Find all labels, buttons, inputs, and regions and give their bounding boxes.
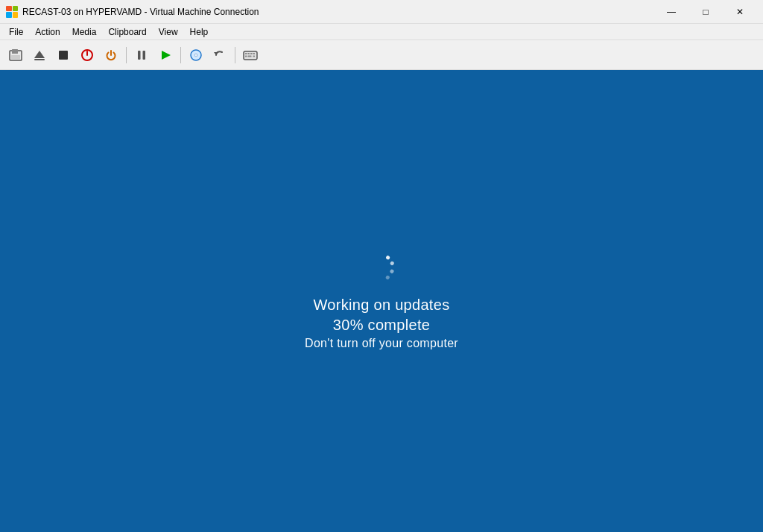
svg-rect-5 <box>59 51 68 60</box>
svg-rect-21 <box>248 55 252 57</box>
svg-point-23 <box>387 256 392 262</box>
maximize-button[interactable]: □ <box>688 0 723 24</box>
svg-rect-18 <box>250 53 253 54</box>
menu-media[interactable]: Media <box>66 24 103 40</box>
svg-rect-22 <box>253 55 256 57</box>
update-spinner <box>367 252 396 282</box>
svg-rect-16 <box>245 53 247 54</box>
toolbar-sep3 <box>235 47 235 63</box>
svg-rect-20 <box>245 55 247 57</box>
update-title-text: Working on updates <box>314 297 450 314</box>
vm-screen: Working on updates 30% complete Don't tu… <box>0 70 763 532</box>
toolbar-sep2 <box>180 47 181 63</box>
update-percent-text: 30% complete <box>333 317 430 334</box>
menu-view[interactable]: View <box>153 24 184 40</box>
toolbar-play-button[interactable] <box>154 44 177 66</box>
toolbar-media-button[interactable] <box>185 44 207 66</box>
toolbar-eject-button[interactable] <box>28 44 51 66</box>
svg-point-26 <box>383 276 388 281</box>
toolbar-keyboard-button[interactable] <box>239 44 262 66</box>
svg-rect-4 <box>34 59 45 60</box>
minimize-button[interactable]: — <box>654 0 688 24</box>
app-icon <box>6 6 18 18</box>
vm-update-content: Working on updates 30% complete Don't tu… <box>305 252 458 350</box>
window-controls: — □ ✕ <box>654 0 757 24</box>
svg-point-24 <box>390 262 395 267</box>
svg-point-25 <box>388 270 393 276</box>
svg-rect-2 <box>11 55 20 59</box>
toolbar-back-button[interactable] <box>4 44 27 66</box>
toolbar-sep1 <box>126 47 127 63</box>
svg-marker-3 <box>34 51 45 58</box>
svg-marker-14 <box>214 52 218 55</box>
svg-rect-19 <box>253 53 256 54</box>
menu-bar: File Action Media Clipboard View Help <box>0 24 763 40</box>
svg-rect-17 <box>248 53 250 54</box>
svg-rect-1 <box>12 49 18 54</box>
svg-rect-9 <box>143 51 146 60</box>
window-title: RECAST-03 on HYPERVAMD - Virtual Machine… <box>22 7 654 17</box>
svg-marker-10 <box>162 51 171 60</box>
toolbar-stop-button[interactable] <box>52 44 75 66</box>
toolbar-undo-button[interactable] <box>209 44 231 66</box>
title-bar: RECAST-03 on HYPERVAMD - Virtual Machine… <box>0 0 763 24</box>
menu-clipboard[interactable]: Clipboard <box>102 24 152 40</box>
svg-rect-8 <box>138 51 141 60</box>
update-warning-text: Don't turn off your computer <box>305 337 458 350</box>
toolbar-reset-button[interactable] <box>76 44 98 66</box>
close-button[interactable]: ✕ <box>723 0 757 24</box>
menu-file[interactable]: File <box>3 24 29 40</box>
toolbar-power-button[interactable] <box>100 44 122 66</box>
toolbar <box>0 40 763 70</box>
menu-action[interactable]: Action <box>29 24 66 40</box>
svg-point-13 <box>195 54 197 56</box>
toolbar-pause-button[interactable] <box>130 44 153 66</box>
menu-help[interactable]: Help <box>184 24 215 40</box>
